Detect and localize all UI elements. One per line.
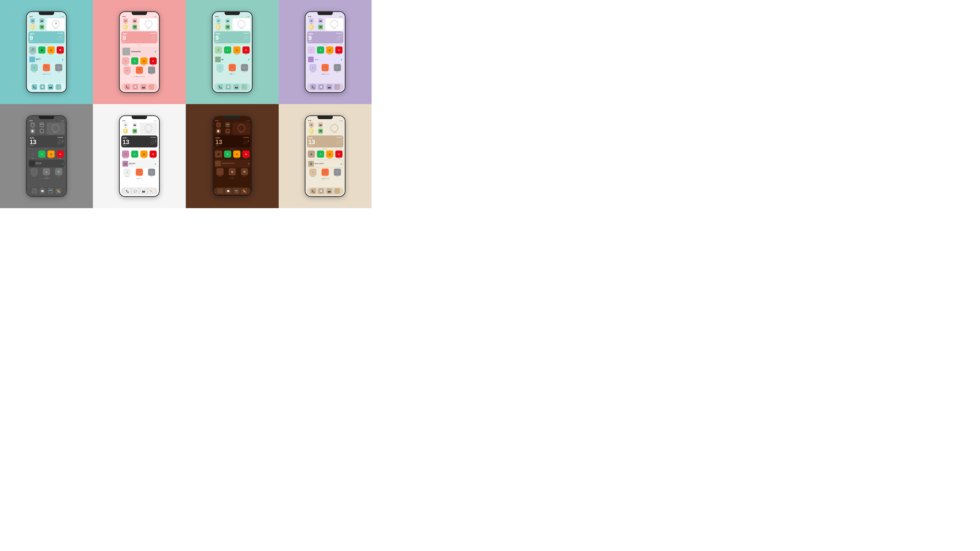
screen-teal: 16:37 ▲ ● ■ 🗂 wallet 📷 カメラ 📝 メモ	[27, 12, 66, 92]
status-bar-pink: 16:49 ▲ ● ■	[121, 16, 158, 17]
cell-white: 15:12 ▲ ● ■ 🗂 wallet 📷 カメラ 📝 メモ	[93, 104, 186, 208]
cell-beige: 15:43 ▲ ● ■ 🗂 wallet 📷 カメラ 📝 メモ	[279, 104, 372, 208]
app-settings-teal[interactable]: ⚙️ 設定	[53, 64, 65, 73]
status-bar-mint: 16:43 ▲ ● ■	[214, 16, 250, 17]
screen-mint: 16:43 ▲ ● ■ 🗂 wallet 📷 カメラ 📝 メモ	[213, 12, 252, 92]
cell-lavender: 16:50 ▲ ● ■ 🗂 wallet 📷 カメラ 📝 メモ	[279, 0, 372, 104]
app-amazon-pink[interactable]: a Amazon	[140, 57, 148, 66]
phone-white: 15:12 ▲ ● ■ 🗂 wallet 📷 カメラ 📝 メモ	[119, 115, 160, 197]
app-map-teal[interactable]: 🗺 マップ	[38, 25, 46, 30]
app-music-mint[interactable]: 🎵	[214, 46, 223, 55]
screen-gray: 14:54 ▲ ● ■ 🗂 wallet 📷 カメラ 📝 メモ	[27, 116, 66, 196]
app-wallet-teal[interactable]: 🗂 wallet	[28, 18, 37, 24]
app-camera-label-teal: カメラ	[41, 23, 43, 24]
dock-phone-teal[interactable]: 📞	[32, 84, 37, 90]
cell-gray: 14:54 ▲ ● ■ 🗂 wallet 📷 カメラ 📝 メモ	[0, 104, 93, 208]
screen-beige: 15:43 ▲ ● ■ 🗂 wallet 📷 カメラ 📝 メモ	[305, 116, 345, 196]
phone-brown: 14:44 ▲ ● ■ 🗂 wallet 📷 カメラ 📝 メモ	[212, 115, 253, 197]
screen-lavender: 16:50 ▲ ● ■ 🗂 wallet 📷 カメラ 📝 メモ	[305, 12, 345, 92]
app-tunetrack-teal[interactable]: ♪ TuneTrack	[28, 64, 40, 73]
cell-teal: 16:37 ▲ ● ■ 🗂 wallet 📷 カメラ 📝 メモ	[0, 0, 93, 104]
widgetsmith-label-teal: Widgetsmith	[28, 44, 65, 45]
phone-teal: 16:37 ▲ ● ■ 🗂 wallet 📷 カメラ 📝 メモ	[26, 11, 67, 93]
dock-pink: 📞 💬 📷 ✏️	[121, 83, 158, 91]
screen-pink: 16:49 ▲ ● ■ 🗂 wallet 📷 カメラ 📝 メモ	[120, 12, 159, 92]
cell-mint: 16:43 ▲ ● ■ 🗂 wallet 📷 カメラ 📝 メモ	[186, 0, 279, 104]
notch-white	[132, 116, 147, 119]
app-wallet-label-teal: wallet	[32, 23, 34, 24]
status-icons-teal: ▲ ● ■	[61, 16, 64, 17]
phone-pink: 16:49 ▲ ● ■ 🗂 wallet 📷 カメラ 📝 メモ	[119, 11, 160, 93]
app-book2-pink[interactable]: 📚 ブック	[134, 67, 145, 75]
cell-brown: 14:44 ▲ ● ■ 🗂 wallet 📷 カメラ 📝 メモ	[186, 104, 279, 208]
app-memo-mint[interactable]: 📝 メモ	[214, 25, 223, 30]
page-dots-teal	[28, 73, 65, 75]
notch-gray	[39, 116, 54, 119]
app-amazon-teal[interactable]: a Amazon	[47, 46, 56, 55]
notch-teal	[39, 12, 54, 15]
app-spotify-teal[interactable]: ●	[38, 46, 46, 55]
screen-brown: 14:44 ▲ ● ■ 🗂 wallet 📷 カメラ 📝 メモ	[213, 116, 252, 196]
app-camera-pink[interactable]: 📷 カメラ	[130, 18, 139, 24]
app-map-pink[interactable]: 🗺 マップ	[130, 25, 139, 30]
app-netflix-teal[interactable]: N Netflix	[56, 46, 65, 55]
status-time-teal: 16:37	[29, 16, 33, 17]
notch-lavender	[318, 12, 333, 15]
dock-teal: 📞 💬 📷 ✏️	[28, 83, 65, 91]
app-book-pink[interactable]: ♪ TuneTrack	[121, 67, 133, 75]
notch-mint	[224, 12, 240, 15]
app-tunetrack-pink[interactable]: ♪ TuneTrack	[121, 57, 130, 66]
notch-pink	[132, 12, 147, 15]
dock-msg-teal[interactable]: 💬	[40, 84, 45, 90]
app-book-teal[interactable]: 📚 ブック	[41, 64, 52, 73]
app-spotify-pink[interactable]: ●	[130, 57, 139, 66]
app-wallet-mint[interactable]: 🗂 wallet	[214, 18, 223, 24]
app-map-label-teal: マップ	[41, 30, 43, 30]
app-music-teal[interactable]: 🎵 NEW ERA	[28, 46, 37, 55]
status-bar-teal: 16:37 ▲ ● ■	[28, 16, 65, 17]
app-camera-teal[interactable]: 📷 カメラ	[38, 18, 46, 24]
dock-pen-teal[interactable]: ✏️	[56, 84, 61, 90]
status-time-pink: 16:49	[122, 16, 126, 17]
notch-brown	[224, 116, 240, 119]
screen-white: 15:12 ▲ ● ■ 🗂 wallet 📷 カメラ 📝 メモ	[120, 116, 159, 196]
phone-beige: 15:43 ▲ ● ■ 🗂 wallet 📷 カメラ 📝 メモ	[305, 115, 345, 197]
app-memo-teal[interactable]: 📝 メモ	[28, 25, 37, 30]
app-wallet-pink[interactable]: 🗂 wallet	[121, 18, 130, 24]
dock-cam-teal[interactable]: 📷	[48, 84, 53, 90]
app-memo-label-teal: メモ	[32, 30, 33, 30]
phone-gray: 14:54 ▲ ● ■ 🗂 wallet 📷 カメラ 📝 メモ	[26, 115, 67, 197]
app-camera-mint[interactable]: 📷 カメラ	[223, 18, 232, 24]
cell-pink: 16:49 ▲ ● ■ 🗂 wallet 📷 カメラ 📝 メモ	[93, 0, 186, 104]
page-dots-pink	[121, 76, 158, 78]
phone-mint: 16:43 ▲ ● ■ 🗂 wallet 📷 カメラ 📝 メモ	[212, 11, 253, 93]
app-map-mint[interactable]: 🗺 マップ	[223, 25, 232, 30]
app-memo-pink[interactable]: 📝 メモ	[121, 25, 130, 30]
app-netflix-pink[interactable]: N Netflix	[149, 57, 158, 66]
app-settings-pink[interactable]: ⚙️ 設定	[146, 67, 158, 75]
phone-lavender: 16:50 ▲ ● ■ 🗂 wallet 📷 カメラ 📝 メモ	[305, 11, 345, 93]
notch-beige	[318, 116, 333, 119]
